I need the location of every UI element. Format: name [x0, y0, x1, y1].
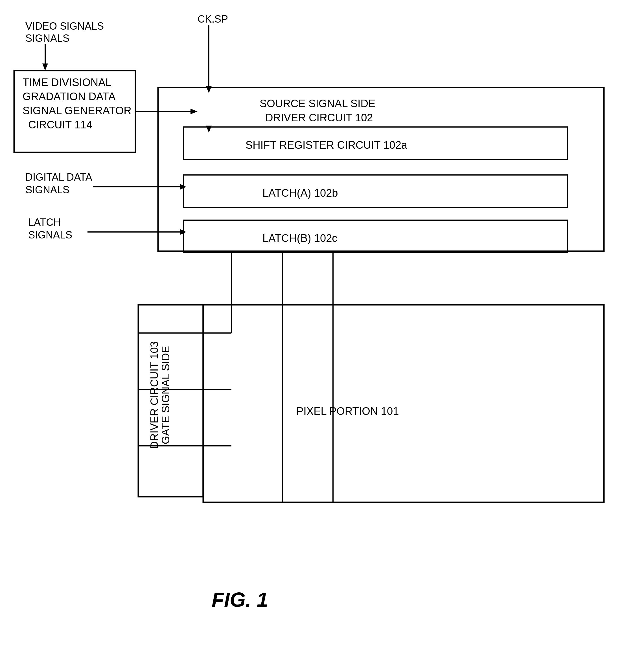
gate-driver-text1: GATE SIGNAL SIDE — [160, 346, 171, 444]
latch-b-text: LATCH(B) 102c — [262, 232, 337, 244]
latch-b-block — [183, 220, 567, 253]
video-signals-label2: SIGNALS — [25, 32, 69, 44]
source-driver-text1: SOURCE SIGNAL SIDE — [260, 98, 375, 110]
svg-marker-6 — [206, 125, 212, 133]
latch-signals-label2: SIGNALS — [28, 229, 72, 241]
source-driver-text2: DRIVER CIRCUIT 102 — [265, 112, 373, 124]
time-divisional-text4: CIRCUIT 114 — [28, 119, 92, 131]
shift-register-text: SHIFT REGISTER CIRCUIT 102a — [246, 139, 408, 151]
ck-sp-label: CK,SP — [198, 13, 228, 25]
svg-marker-3 — [190, 109, 198, 114]
time-divisional-text3: SIGNAL GENERATOR — [23, 105, 132, 117]
time-divisional-text2: GRADATION DATA — [23, 91, 116, 102]
svg-marker-1 — [42, 64, 48, 71]
diagram-container: VIDEO SIGNALS SIGNALS TIME DIVISIONAL GR… — [0, 0, 644, 655]
latch-a-text: LATCH(A) 102b — [262, 187, 338, 199]
digital-data-label1: DIGITAL DATA — [25, 171, 92, 183]
pixel-portion-text: PIXEL PORTION 101 — [296, 405, 399, 417]
digital-data-label2: SIGNALS — [25, 184, 69, 195]
source-driver-block — [158, 88, 604, 251]
time-divisional-text1: TIME DIVISIONAL — [23, 76, 112, 88]
latch-a-block — [183, 175, 567, 207]
gate-driver-text2: DRIVER CIRCUIT 103 — [148, 341, 160, 449]
pixel-portion-block — [203, 305, 604, 502]
video-signals-label: VIDEO SIGNALS — [25, 20, 104, 32]
figure-label: FIG. 1 — [212, 588, 268, 611]
latch-signals-label1: LATCH — [28, 216, 61, 228]
